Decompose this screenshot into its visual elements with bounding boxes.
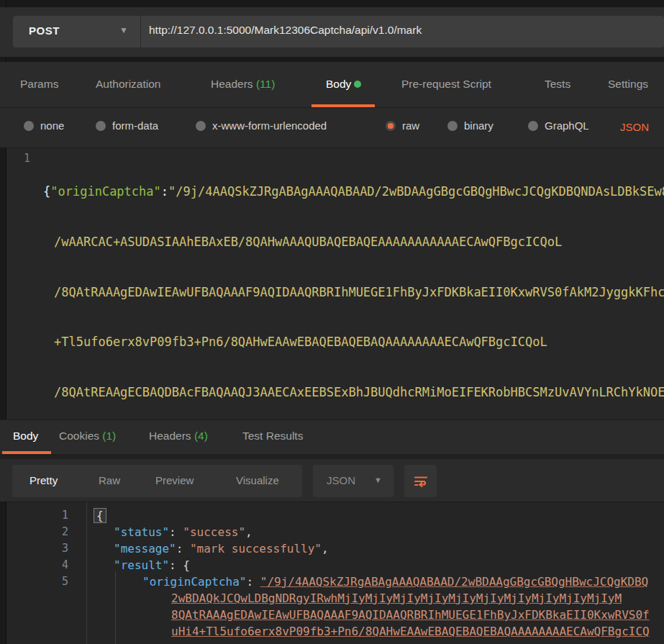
- request-url-bar: POST ▼ http://127.0.0.1:5000/Mark12306Ca…: [13, 16, 664, 47]
- tab-params[interactable]: Params: [20, 78, 58, 91]
- tab-headers[interactable]: Headers (11): [211, 78, 275, 91]
- response-json-wrapped-line: 2wBDAQkJCQwLDBgNDRgyIRwhMjIyMjIyMjIyMjIy…: [171, 590, 622, 607]
- request-json-line: {"originCaptcha":"/9j/4AAQSkZJRgABAgAAAQ…: [6, 183, 664, 200]
- response-json-line: {: [94, 507, 106, 524]
- method-selector[interactable]: POST: [29, 24, 60, 37]
- tab-body[interactable]: Body: [326, 78, 351, 91]
- json-value: "mark successfully": [190, 542, 322, 555]
- json-colon: :: [169, 558, 183, 572]
- radio-raw-label: raw: [402, 119, 419, 132]
- radio-binary[interactable]: binary: [447, 119, 494, 132]
- json-key: "originCaptcha": [142, 575, 247, 589]
- body-type-bar: none form-data x-www-form-urlencoded raw…: [0, 107, 664, 148]
- request-json-wrapped-line: /wAARCAC+ASUDASIAAhEBAxEB/8QAHwAAAQUBAQE…: [6, 234, 664, 250]
- view-pretty[interactable]: Pretty: [29, 474, 58, 486]
- request-tabs: Params Authorization Headers (11) Body P…: [0, 62, 664, 107]
- base64-token: "/9j/4AAQSkZJRgABAgAAAQABAAD/2wBDAAgGBgc…: [168, 184, 664, 199]
- json-key: "message": [114, 542, 176, 555]
- radio-icon: [24, 121, 34, 131]
- radio-icon: [196, 121, 206, 131]
- response-json-wrapped-line: uHi4+Tl5ufo6erx8vP09fb3+Pn6/8QAHwEAAwEBA…: [171, 623, 650, 640]
- base64-link[interactable]: "/9j/4AAQSkZJRgABAgAAAQABAAD/2wBDAAgGBgc…: [260, 575, 648, 589]
- json-colon: :: [176, 542, 190, 555]
- key-token: "originCaptcha": [50, 184, 161, 199]
- radio-binary-label: binary: [464, 119, 494, 132]
- radio-form-data-label: form-data: [112, 119, 158, 132]
- divider: [0, 454, 664, 459]
- radio-icon: [528, 121, 538, 131]
- request-json-wrapped-line: /8QAtREAAgECBAQDBAcFBAQAAQJ3AAECAxEEBSEx…: [6, 384, 664, 401]
- radio-graphql-label: GraphQL: [545, 119, 589, 132]
- brace-token: {: [43, 184, 50, 199]
- brace-highlight: {: [94, 508, 106, 523]
- json-key: "status": [114, 525, 169, 539]
- tab-pre-request-script[interactable]: Pre-request Script: [401, 78, 491, 91]
- radio-icon: [447, 121, 458, 131]
- radio-graphql[interactable]: GraphQL: [528, 119, 589, 132]
- response-headers-count-badge: (4): [194, 430, 208, 442]
- radio-raw[interactable]: raw: [386, 119, 419, 132]
- response-line-number: 1: [35, 507, 68, 524]
- json-open-brace: {: [183, 558, 190, 572]
- response-tab-cookies[interactable]: Cookies (1): [59, 430, 116, 443]
- response-json-line: "message": "mark successfully",: [114, 540, 329, 557]
- view-visualize[interactable]: Visualize: [236, 474, 279, 486]
- radio-icon: [96, 121, 106, 131]
- base64-link[interactable]: uHi4+Tl5ufo6erx8vP09fb3+Pn6/8QAHwEAAwEBA…: [171, 625, 650, 638]
- request-editor-content: {"originCaptcha":"/9j/4AAQSkZJRgABAgAAAQ…: [6, 150, 664, 419]
- json-comma: ,: [245, 525, 253, 539]
- response-tabs: Body Cookies (1) Headers (4) Test Result…: [0, 419, 664, 454]
- tab-authorization[interactable]: Authorization: [96, 78, 160, 91]
- radio-none[interactable]: none: [24, 119, 64, 132]
- response-tab-test-results[interactable]: Test Results: [242, 430, 303, 443]
- response-toolbar: Pretty Raw Preview Visualize JSON ▼: [0, 459, 664, 502]
- radio-form-data[interactable]: form-data: [96, 119, 158, 132]
- radio-urlencoded[interactable]: x-www-form-urlencoded: [196, 119, 327, 132]
- base64-link[interactable]: 8QAtRAAAgEDAwIEAwUFBAQAAAF9AQIDAAQRBRIhM…: [171, 608, 650, 622]
- request-url-band: POST ▼ http://127.0.0.1:5000/Mark12306Ca…: [0, 7, 664, 57]
- cookies-count-badge: (1): [102, 430, 116, 442]
- view-preview[interactable]: Preview: [155, 474, 194, 486]
- radio-none-label: none: [40, 119, 64, 132]
- tab-settings[interactable]: Settings: [608, 78, 648, 91]
- colon-token: :: [161, 184, 168, 199]
- response-json-line: "status": "success",: [114, 524, 253, 540]
- base64-link[interactable]: 2wBDAQkJCQwLDBgNDRgyIRwhMjIyMjIyMjIyMjIy…: [171, 591, 622, 605]
- json-key: "result": [114, 558, 169, 572]
- radio-selected-icon: [386, 121, 396, 131]
- response-line-number: 2: [35, 524, 68, 540]
- json-value: "success": [183, 525, 245, 539]
- response-body-editor[interactable]: 1 2 3 4 5 { "status": "success", "messag…: [6, 502, 664, 644]
- json-colon: :: [247, 575, 260, 589]
- response-headers-label: Headers: [149, 430, 194, 442]
- indent-guide: [115, 571, 116, 644]
- request-json-wrapped-line: /8QAtRAAAgEDAwIEAwUFBAQAAAF9AQIDAAQRBRIh…: [6, 284, 664, 301]
- response-line-number: 5: [35, 573, 68, 590]
- response-json-line: "originCaptcha": "/9j/4AAQSkZJRgABAgAAAQ…: [142, 573, 648, 590]
- method-url-divider: [140, 16, 141, 47]
- response-tab-body[interactable]: Body: [13, 430, 38, 443]
- body-has-content-dot: [354, 81, 361, 88]
- json-colon: :: [169, 525, 183, 539]
- tab-headers-label: Headers: [211, 78, 256, 90]
- request-json-wrapped-line: +Tl5ufo6erx8vP09fb3+Pn6/8QAHwEAAwEBAQEBA…: [6, 334, 664, 350]
- response-line-number: 3: [35, 540, 68, 557]
- response-tab-headers[interactable]: Headers (4): [149, 430, 208, 443]
- gutter-divider: [86, 502, 87, 644]
- response-language-label: JSON: [327, 474, 355, 486]
- response-json-wrapped-line: 8QAtRAAAgEDAwIEAwUFBAQAAAF9AQIDAAQRBRIhM…: [171, 607, 650, 623]
- postman-window: POST ▼ http://127.0.0.1:5000/Mark12306Ca…: [0, 0, 664, 644]
- view-raw[interactable]: Raw: [99, 474, 120, 486]
- request-body-editor[interactable]: 1 {"originCaptcha":"/9j/4AAQSkZJRgABAgAA…: [6, 148, 664, 419]
- response-line-number: 4: [35, 557, 68, 573]
- url-input[interactable]: http://127.0.0.1:5000/Mark12306Captcha/a…: [149, 24, 422, 37]
- headers-count-badge: (11): [256, 78, 275, 90]
- radio-urlencoded-label: x-www-form-urlencoded: [212, 119, 327, 132]
- raw-language-select[interactable]: JSON: [620, 121, 649, 133]
- chevron-down-icon[interactable]: ▼: [119, 25, 128, 35]
- json-comma: ,: [322, 542, 329, 555]
- wrap-text-button[interactable]: [404, 465, 437, 497]
- response-language-dropdown[interactable]: JSON ▼: [313, 465, 394, 497]
- tab-tests[interactable]: Tests: [545, 78, 570, 91]
- response-view-switcher: Pretty Raw Preview Visualize: [12, 465, 302, 497]
